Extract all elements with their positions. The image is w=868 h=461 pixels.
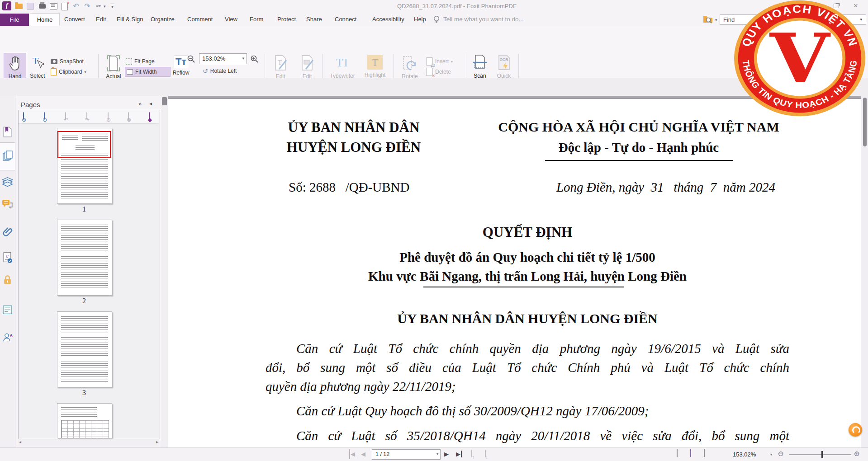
panel-scrollbar-thumb[interactable] (162, 97, 167, 105)
continuous-view-button[interactable] (690, 449, 691, 457)
rotate-page-ccw-button[interactable]: ↶ (65, 112, 66, 120)
email-button[interactable] (49, 2, 58, 11)
tab-form[interactable]: Form (250, 16, 263, 23)
fit-page-button[interactable]: Fit Page (126, 57, 155, 66)
tab-convert[interactable]: Convert (64, 16, 85, 23)
single-page-view-button[interactable] (677, 449, 678, 457)
tab-accessibility[interactable]: Accessibility (372, 16, 404, 23)
tab-share[interactable]: Share (306, 16, 322, 23)
tab-connect[interactable]: Connect (335, 16, 356, 23)
rail-item-signatures[interactable]: ℮ (2, 252, 13, 265)
clipboard-dropdown-arrow: ▾ (84, 70, 86, 74)
comments-icon (2, 199, 13, 210)
hand-tool-quick-button[interactable]: ✑ (94, 1, 103, 10)
tab-comment[interactable]: Comment (187, 16, 213, 23)
tab-file[interactable]: File (0, 14, 29, 26)
zoom-in-icon[interactable] (250, 55, 259, 64)
zoom-out-thumbnails-button[interactable]: ⊖ (44, 112, 45, 120)
thumbnail-page-2[interactable] (57, 220, 112, 296)
previous-page-button[interactable]: ◀ (361, 449, 365, 459)
zoom-slider-track[interactable] (789, 454, 851, 455)
next-view-button[interactable]: ↓ (485, 450, 486, 457)
panel-expand-icon[interactable]: » (138, 100, 142, 107)
current-view-indicator[interactable] (57, 131, 111, 158)
rail-item-security[interactable] (2, 274, 13, 287)
tab-organize[interactable]: Organize (151, 16, 175, 23)
tab-fill-sign[interactable]: Fill & Sign (117, 16, 143, 23)
snapshot-button[interactable]: SnapShot (51, 57, 84, 66)
thumbnail-page-3[interactable] (57, 311, 112, 387)
search-scope-dropdown-arrow[interactable]: ▾ (715, 18, 717, 22)
scroll-right-arrow[interactable]: ▸ (156, 439, 158, 444)
redo-button[interactable]: ↷ (83, 1, 92, 10)
thumbnail-frame: ⊕ ⊖ ↶ ↷ ⊕ ⊗ ◆ 1 2 (18, 110, 160, 439)
search-folder-icon[interactable] (703, 15, 714, 24)
find-placeholder: Find (723, 16, 735, 23)
open-file-button[interactable] (14, 2, 23, 11)
zoom-slider-minus[interactable]: ⊖ (778, 450, 784, 458)
tab-help[interactable]: Help (414, 16, 426, 23)
first-page-button[interactable]: ◀ (349, 449, 355, 459)
save-button[interactable] (26, 2, 35, 11)
document-scrollbar[interactable] (861, 96, 868, 447)
pages-icon (2, 151, 13, 161)
new-from-file-button[interactable]: * (60, 2, 69, 11)
zoom-slider-thumb[interactable] (821, 451, 823, 458)
zoom-in-thumbnails-button[interactable]: ⊕ (23, 112, 24, 120)
tab-view[interactable]: View (225, 16, 237, 23)
undo-button[interactable]: ↶ (71, 1, 81, 10)
facing-view-button[interactable] (704, 449, 705, 457)
scroll-left-arrow[interactable]: ◂ (19, 439, 21, 444)
rail-item-bookmarks[interactable] (2, 127, 12, 139)
panel-vertical-scrollbar[interactable] (161, 96, 168, 447)
rail-item-layers[interactable] (2, 176, 13, 188)
document-area[interactable]: ỦY BAN NHÂN DÂN HUYỆN LONG ĐIỀN CỘNG HÒA… (168, 96, 861, 447)
svg-text:A: A (10, 333, 13, 338)
clipboard-button[interactable]: Clipboard ▾ (51, 68, 86, 76)
delete-page-thumb-button[interactable]: ⊗ (128, 112, 129, 120)
customize-quick-access-button[interactable]: —▾ (110, 2, 114, 9)
next-page-button[interactable]: ▶ (444, 449, 449, 459)
scan-icon (472, 54, 488, 71)
foxit-logo-icon[interactable]: f (2, 1, 11, 10)
zoom-value-box[interactable]: 153.02% ▾ (199, 53, 247, 64)
page-number-box[interactable]: 1 / 12 ▾ (372, 449, 441, 460)
tab-home[interactable]: Home (30, 13, 60, 26)
doc-paragraph1-line2: đổi, bổ sung một số điều của Luật Tổ chứ… (266, 360, 789, 377)
doc-paragraph3: Căn cứ Luật số 35/2018/QH14 ngày 20/11/2… (296, 428, 789, 446)
hand-tool-dropdown-arrow[interactable]: ▾ (104, 4, 106, 9)
svg-text:℮: ℮ (6, 253, 9, 259)
thumbnail-page-1[interactable] (57, 128, 112, 204)
rail-item-attachments[interactable] (2, 226, 13, 239)
tell-me-bulb-icon (433, 15, 440, 24)
rail-item-comments[interactable] (2, 199, 13, 212)
previous-view-button[interactable]: ↑ (471, 450, 472, 457)
tab-edit[interactable]: Edit (96, 16, 106, 23)
panel-collapse-icon[interactable]: ◂ (149, 100, 152, 107)
tab-protect[interactable]: Protect (277, 16, 296, 23)
rail-item-fields[interactable] (2, 305, 13, 316)
reflow-view-button[interactable] (719, 449, 720, 457)
doc-number-line: Số: 2688 /QĐ-UBND (289, 180, 409, 195)
panel-horizontal-scrollbar[interactable]: ◂ ▸ (18, 439, 159, 446)
help-bubble-button[interactable] (849, 423, 862, 437)
rotate-left-button[interactable]: ↺ Rotate Left (203, 67, 237, 75)
doc-authority-heading: ỦY BAN NHÂN DÂN HUYỆN LONG ĐIỀN (256, 311, 799, 326)
page-options-button[interactable]: ◆ (149, 112, 150, 120)
fit-width-button[interactable]: Fit Width (125, 67, 171, 77)
delete-page-button[interactable]: × Delete (426, 68, 451, 76)
last-page-button[interactable]: ▶ (456, 449, 462, 459)
tell-me-input[interactable]: Tell me what you want to do... (443, 16, 633, 23)
status-zoom-dropdown-arrow[interactable]: ▾ (770, 452, 772, 456)
rotate-page-cw-button[interactable]: ↷ (86, 112, 87, 120)
zoom-dropdown-arrow[interactable]: ▾ (242, 56, 244, 61)
zoom-slider-plus[interactable]: ⊕ (854, 450, 860, 458)
print-button[interactable] (38, 2, 47, 11)
insert-page-thumb-button[interactable]: ⊕ (108, 112, 109, 120)
insert-page-button[interactable]: ⇄ Insert ▾ (426, 57, 453, 66)
thumbnail-page-4[interactable] (57, 403, 112, 438)
rail-item-pages-selected[interactable] (0, 142, 15, 170)
rail-item-contacts[interactable]: A (2, 332, 13, 344)
page-dropdown-arrow[interactable]: ▾ (436, 452, 438, 456)
zoom-out-icon[interactable] (187, 55, 196, 64)
